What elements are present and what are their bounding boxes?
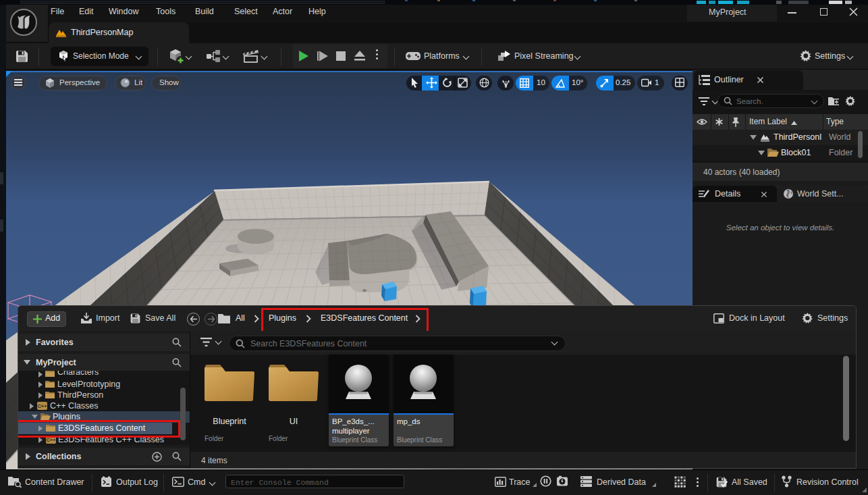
svg-text:C++: C++ [37,403,47,409]
svg-text:C++: C++ [46,437,56,443]
